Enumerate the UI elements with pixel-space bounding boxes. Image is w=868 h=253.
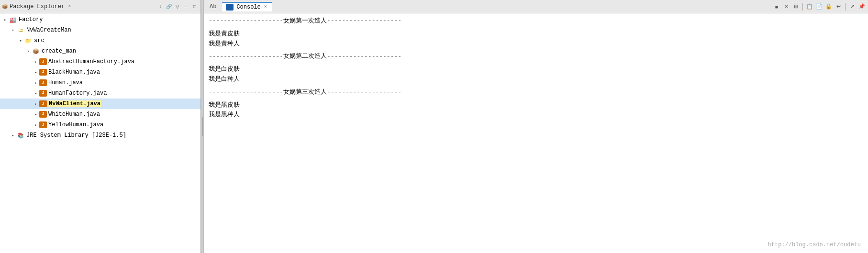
- tree-item-black-human[interactable]: ▸ J BlackHuman.java: [0, 67, 200, 77]
- tab-ab[interactable]: Ab: [206, 2, 220, 11]
- tree-item-nvwa-client[interactable]: ▸ J NvWaClient.java: [0, 99, 200, 109]
- watermark-text: http://blog.csdn.net/oudetu: [768, 242, 861, 248]
- abstract-human-java-icon: J: [39, 58, 47, 65]
- abstract-human-label: AbstractHumanFactory.java: [48, 58, 134, 65]
- pin-console-btn[interactable]: 📌: [857, 2, 866, 11]
- tree-item-abstract-human[interactable]: ▸ J AbstractHumanFactory.java: [0, 56, 200, 67]
- collapse-all-btn[interactable]: ↕: [156, 3, 164, 11]
- maximize-btn[interactable]: □: [191, 3, 199, 11]
- white-human-java-icon: J: [39, 111, 47, 118]
- create-man-package-icon: 📦: [32, 47, 40, 55]
- output-line-5: 我是黑皮肤: [209, 100, 863, 110]
- yellow-human-java-icon: J: [39, 121, 47, 128]
- expand-human[interactable]: ▸: [33, 80, 39, 86]
- expand-black-human[interactable]: ▸: [33, 70, 39, 75]
- word-wrap-btn[interactable]: ↩: [834, 2, 843, 11]
- console-output-area: --------------------女娲第一次造人-------------…: [204, 13, 868, 253]
- expand-jre[interactable]: ▸: [10, 133, 16, 138]
- toolbar-separator-1: [802, 3, 803, 11]
- ab-tab-label: Ab: [210, 3, 216, 10]
- paste-btn[interactable]: 📄: [815, 2, 823, 11]
- console-header: Ab Console × ■ ✕ ⊠ 📋 📄 🔒 ↩ ↗ 📌: [204, 0, 868, 13]
- expand-nvwa[interactable]: ▾: [10, 28, 16, 33]
- toolbar-separator-2: [845, 3, 846, 11]
- expand-nvwa-client[interactable]: ▸: [33, 101, 39, 107]
- output-line-3: 我是白皮肤: [209, 65, 863, 75]
- output-line-1: 我是黄皮肤: [209, 29, 863, 39]
- tree-item-jre[interactable]: ▸ 📚 JRE System Library [J2SE-1.5]: [0, 130, 200, 141]
- expand-yellow-human[interactable]: ▸: [33, 122, 39, 128]
- terminate-btn[interactable]: ■: [772, 2, 781, 11]
- yellow-human-label: YellowHuman.java: [48, 121, 103, 128]
- package-explorer-close[interactable]: ×: [67, 4, 72, 9]
- left-panel: 📦 Package Explorer × ↕ 🔗 ▽ — □ ▸ 🏭 Facto…: [0, 0, 201, 253]
- panel-divider-handle: [202, 117, 203, 136]
- white-human-label: WhiteHuman.java: [48, 111, 100, 118]
- tree-item-white-human[interactable]: ▸ J WhiteHuman.java: [0, 109, 200, 120]
- create-man-label: create_man: [42, 48, 76, 55]
- copy-btn[interactable]: 📋: [805, 2, 814, 11]
- right-panel: Ab Console × ■ ✕ ⊠ 📋 📄 🔒 ↩ ↗ 📌: [204, 0, 868, 253]
- console-tab-icon: [226, 4, 234, 11]
- separator-line-1: --------------------女娲第一次造人-------------…: [209, 16, 863, 26]
- package-explorer-header: 📦 Package Explorer × ↕ 🔗 ▽ — □: [0, 0, 200, 13]
- expand-human-factory[interactable]: ▸: [33, 91, 39, 96]
- nvwa-client-java-icon: J: [39, 100, 47, 107]
- clear-btn[interactable]: ⊠: [791, 2, 800, 11]
- separator-line-3: --------------------女娲第三次造人-------------…: [209, 88, 863, 98]
- output-line-6: 我是黑种人: [209, 110, 863, 120]
- console-tabs: Ab Console ×: [206, 2, 770, 11]
- open-console-btn[interactable]: ↗: [848, 2, 857, 11]
- jre-label: JRE System Library [J2SE-1.5]: [26, 132, 126, 139]
- remove-btn[interactable]: ✕: [782, 2, 790, 11]
- output-line-4: 我是白种人: [209, 75, 863, 85]
- nvwa-project-icon: 🗂: [16, 26, 25, 34]
- black-human-java-icon: J: [39, 69, 47, 76]
- tree-item-nvwa[interactable]: ▾ 🗂 NvWaCreateMan: [0, 25, 200, 35]
- panel-title-area: 📦 Package Explorer ×: [2, 3, 155, 10]
- human-label: Human.java: [48, 79, 83, 86]
- factory-label: Factory: [19, 16, 43, 23]
- console-tab-label: Console: [236, 4, 260, 11]
- output-line-2: 我是黄种人: [209, 39, 863, 49]
- link-with-editor-btn[interactable]: 🔗: [165, 3, 173, 11]
- minimize-btn[interactable]: —: [182, 3, 190, 11]
- main-container: 📦 Package Explorer × ↕ 🔗 ▽ — □ ▸ 🏭 Facto…: [0, 0, 868, 253]
- expand-factory[interactable]: ▸: [2, 17, 9, 22]
- expand-create-man[interactable]: ▾: [25, 49, 32, 54]
- tree-item-human-factory[interactable]: ▸ J HumanFactory.java: [0, 88, 200, 99]
- separator-line-2: --------------------女娲第二次造人-------------…: [209, 52, 863, 62]
- expand-white-human[interactable]: ▸: [33, 112, 39, 117]
- src-label: src: [34, 37, 45, 44]
- nvwa-label: NvWaCreateMan: [26, 27, 71, 33]
- scroll-lock-btn[interactable]: 🔒: [824, 2, 833, 11]
- tree-item-human[interactable]: ▸ J Human.java: [0, 77, 200, 88]
- tab-console[interactable]: Console ×: [222, 2, 272, 11]
- expand-src[interactable]: ▾: [17, 38, 24, 44]
- jre-library-icon: 📚: [16, 132, 25, 139]
- package-explorer-tab-icon: 📦: [2, 4, 8, 10]
- tree-item-yellow-human[interactable]: ▸ J YellowHuman.java: [0, 120, 200, 130]
- package-explorer-title: Package Explorer: [10, 3, 65, 10]
- src-folder-icon: 📁: [24, 37, 33, 44]
- expand-abstract-human[interactable]: ▸: [33, 59, 39, 65]
- human-factory-label: HumanFactory.java: [48, 90, 107, 97]
- view-menu-btn[interactable]: ▽: [174, 3, 181, 11]
- human-factory-java-icon: J: [39, 90, 47, 97]
- tree-item-create-man[interactable]: ▾ 📦 create_man: [0, 46, 200, 56]
- nvwa-client-label: NvWaClient.java: [48, 100, 101, 107]
- tree-item-factory[interactable]: ▸ 🏭 Factory: [0, 14, 200, 25]
- human-java-icon: J: [39, 79, 47, 86]
- factory-project-icon: 🏭: [9, 16, 17, 23]
- console-close-btn[interactable]: ×: [263, 4, 268, 10]
- black-human-label: BlackHuman.java: [48, 69, 100, 76]
- panel-header-buttons: ↕ 🔗 ▽ — □: [156, 3, 199, 11]
- console-toolbar: ■ ✕ ⊠ 📋 📄 🔒 ↩ ↗ 📌: [772, 2, 866, 11]
- tree-item-src[interactable]: ▾ 📁 src: [0, 35, 200, 46]
- package-explorer-tree: ▸ 🏭 Factory ▾ 🗂 NvWaCreateMan ▾ 📁 src ▾ …: [0, 13, 200, 253]
